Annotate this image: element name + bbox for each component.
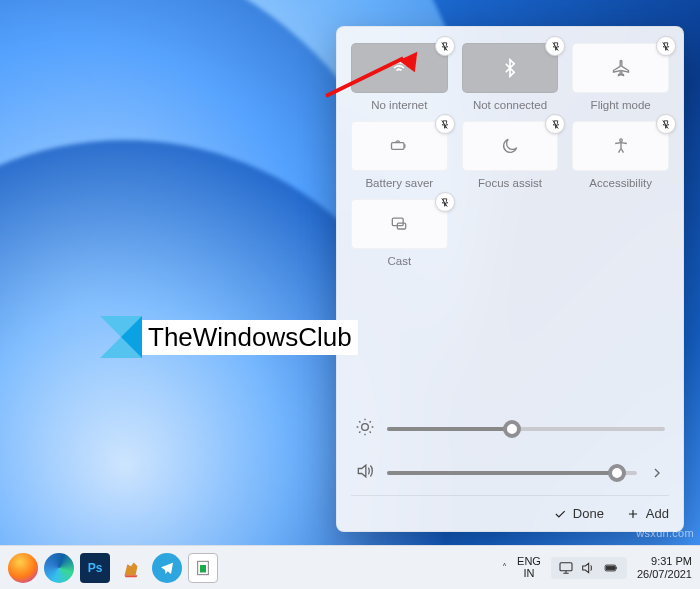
bluetooth-icon [500, 58, 520, 78]
thewindowsclub-watermark: TheWindowsClub [100, 316, 358, 358]
add-button[interactable]: Add [626, 506, 669, 521]
unpin-icon[interactable] [435, 192, 455, 212]
battery-tray-icon [602, 561, 620, 575]
unpin-icon[interactable] [656, 36, 676, 56]
tile-bluetooth[interactable]: Not connected [462, 43, 559, 111]
language-indicator[interactable]: ENG IN [517, 556, 541, 579]
tile-flight-label: Flight mode [572, 99, 669, 111]
quick-settings-tiles: No internet Not connected Flight mode [351, 43, 669, 267]
tile-flight-mode[interactable]: Flight mode [572, 43, 669, 111]
site-watermark: wsxdn.com [636, 527, 694, 539]
plus-icon [626, 507, 640, 521]
svg-rect-9 [606, 566, 614, 570]
done-button[interactable]: Done [553, 506, 604, 521]
add-label: Add [646, 506, 669, 521]
svg-point-1 [619, 139, 622, 142]
svg-rect-6 [200, 565, 206, 573]
tray-overflow-icon[interactable]: ˄ [502, 562, 507, 573]
clock-date: 26/07/2021 [637, 568, 692, 580]
quick-settings-panel: No internet Not connected Flight mode [336, 26, 684, 532]
tile-focus-assist[interactable]: Focus assist [462, 121, 559, 189]
taskbar-photoshop-icon[interactable]: Ps [80, 553, 110, 583]
tile-cast[interactable]: Cast [351, 199, 448, 267]
airplane-icon [611, 58, 631, 78]
svg-rect-7 [560, 562, 572, 570]
unpin-icon[interactable] [435, 36, 455, 56]
moon-icon [500, 136, 520, 156]
taskbar-clock[interactable]: 9:31 PM 26/07/2021 [637, 555, 692, 579]
quick-settings-footer: Done Add [351, 495, 669, 521]
taskbar-edge-icon[interactable] [44, 553, 74, 583]
svg-rect-0 [392, 143, 405, 150]
clock-time: 9:31 PM [637, 555, 692, 567]
unpin-icon[interactable] [656, 114, 676, 134]
brightness-icon [355, 417, 375, 441]
taskbar-firefox-icon[interactable] [8, 553, 38, 583]
tile-focus-label: Focus assist [462, 177, 559, 189]
tile-bluetooth-label: Not connected [462, 99, 559, 111]
volume-icon [355, 461, 375, 485]
done-label: Done [573, 506, 604, 521]
taskbar-right: ˄ ENG IN 9:31 PM 26/07/2021 [502, 555, 692, 579]
system-tray[interactable] [551, 557, 627, 579]
tile-cast-label: Cast [351, 255, 448, 267]
volume-slider-row [355, 461, 665, 485]
unpin-icon[interactable] [545, 114, 565, 134]
taskbar-telegram-icon[interactable] [152, 553, 182, 583]
taskbar-libreoffice-icon[interactable] [188, 553, 218, 583]
volume-slider[interactable] [387, 471, 637, 475]
tile-battery-saver[interactable]: Battery saver [351, 121, 448, 189]
lang-top: ENG [517, 556, 541, 568]
volume-expand-icon[interactable] [649, 465, 665, 481]
volume-tray-icon [580, 560, 596, 576]
tile-accessibility[interactable]: Accessibility [572, 121, 669, 189]
taskbar-left: Ps [8, 553, 218, 583]
lang-bottom: IN [517, 568, 541, 580]
tile-accessibility-label: Accessibility [572, 177, 669, 189]
cast-icon [389, 214, 409, 234]
tile-battery-label: Battery saver [351, 177, 448, 189]
svg-point-4 [362, 424, 369, 431]
tile-wifi-label: No internet [351, 99, 448, 111]
accessibility-icon [611, 136, 631, 156]
brightness-slider[interactable] [387, 427, 665, 431]
check-icon [553, 507, 567, 521]
unpin-icon[interactable] [545, 36, 565, 56]
unpin-icon[interactable] [435, 114, 455, 134]
battery-saver-icon [389, 136, 409, 156]
network-icon [558, 560, 574, 576]
thewindowsclub-text: TheWindowsClub [142, 320, 358, 355]
thewindowsclub-icon [100, 316, 142, 358]
brightness-slider-row [355, 417, 665, 441]
taskbar-ccleaner-icon[interactable] [116, 553, 146, 583]
taskbar: Ps ˄ ENG IN 9:31 PM 26/07/2021 [0, 545, 700, 589]
